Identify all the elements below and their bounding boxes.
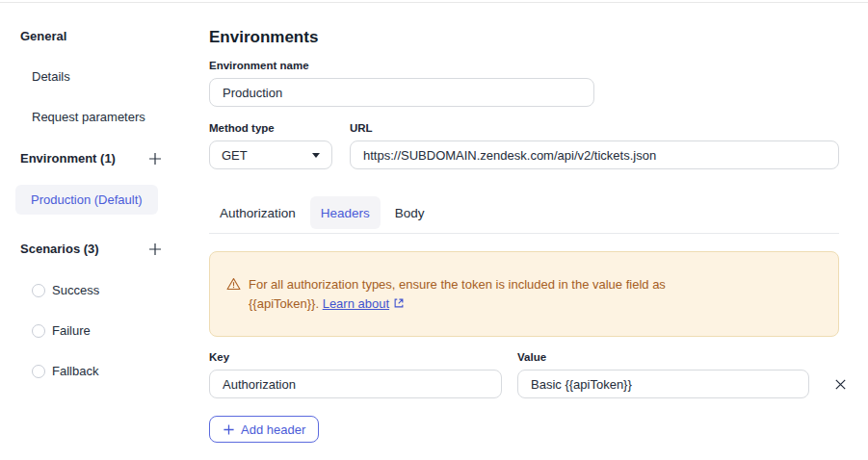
method-type-field: Method type GET: [209, 122, 332, 169]
add-environment-button[interactable]: [146, 150, 163, 166]
tab-body[interactable]: Body: [384, 196, 435, 229]
method-type-label: Method type: [209, 122, 332, 134]
chevron-down-icon: [312, 153, 320, 158]
method-type-value: GET: [222, 148, 248, 163]
header-row: Key Value: [209, 351, 855, 398]
warning-message: For all authorization types, ensure the …: [249, 275, 735, 315]
radio-button-icon[interactable]: [32, 324, 45, 338]
tab-headers[interactable]: Headers: [310, 196, 381, 229]
scenario-success[interactable]: Success: [32, 283, 193, 297]
page-title: Environments: [209, 28, 855, 47]
scenario-label: Success: [52, 283, 99, 297]
sidebar: General Details Request parameters Envir…: [0, 3, 193, 443]
add-header-label: Add header: [241, 422, 305, 437]
scenario-label: Failure: [52, 323, 91, 338]
environment-name-label: Environment name: [209, 60, 594, 71]
method-type-select[interactable]: GET: [209, 141, 332, 169]
warning-banner: For all authorization types, ensure the …: [209, 251, 839, 337]
sidebar-section-scenarios: Scenarios (3): [20, 242, 99, 256]
radio-button-icon[interactable]: [32, 365, 45, 378]
header-key-field: Key: [209, 351, 502, 398]
sidebar-section-environment-header: Environment (1): [20, 150, 163, 166]
external-link-icon: [393, 295, 405, 315]
plus-icon: [147, 242, 163, 257]
radio-button-icon[interactable]: [32, 284, 45, 297]
plus-icon: [223, 423, 235, 436]
main-content: Environments Environment name Method typ…: [193, 3, 855, 443]
scenario-failure[interactable]: Failure: [32, 323, 193, 338]
header-value-field: Value: [517, 351, 809, 398]
scenario-fallback[interactable]: Fallback: [32, 364, 193, 378]
tabs-divider: [209, 233, 839, 234]
plus-icon: [147, 151, 163, 166]
sidebar-item-details[interactable]: Details: [32, 69, 193, 84]
sidebar-item-request-parameters[interactable]: Request parameters: [32, 110, 193, 124]
header-value-label: Value: [517, 351, 809, 363]
warning-text: For all authorization types, ensure the …: [249, 277, 666, 311]
environment-name-field: Environment name: [209, 60, 594, 107]
environment-name-input[interactable]: [209, 78, 594, 107]
method-url-row: Method type GET URL: [209, 122, 855, 169]
tab-authorization[interactable]: Authorization: [209, 196, 306, 229]
header-key-label: Key: [209, 351, 502, 363]
scenario-label: Fallback: [52, 364, 98, 378]
sidebar-section-scenarios-header: Scenarios (3): [20, 241, 163, 257]
request-tabs: Authorization Headers Body: [209, 196, 855, 229]
page-layout: General Details Request parameters Envir…: [0, 3, 868, 443]
header-value-input[interactable]: [517, 370, 809, 398]
url-input[interactable]: [350, 141, 839, 169]
header-key-input[interactable]: [209, 370, 502, 398]
sidebar-item-production-default[interactable]: Production (Default): [15, 185, 158, 215]
url-field: URL: [350, 122, 839, 169]
warning-icon: [226, 277, 241, 291]
sidebar-section-environment: Environment (1): [20, 151, 116, 166]
add-scenario-button[interactable]: [146, 241, 163, 257]
remove-header-button[interactable]: [832, 370, 848, 398]
add-header-button[interactable]: Add header: [209, 416, 319, 443]
url-label: URL: [350, 122, 839, 134]
sidebar-section-general: General: [20, 29, 193, 43]
learn-about-link[interactable]: Learn about: [323, 296, 389, 311]
close-icon: [833, 377, 848, 392]
